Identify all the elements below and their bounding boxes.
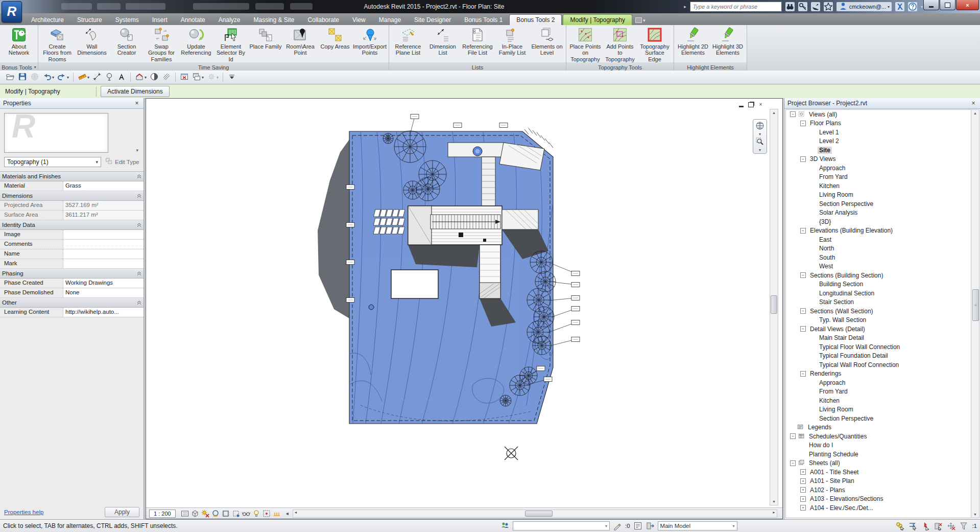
tool-about-network[interactable]: About Network [2, 26, 36, 57]
horizontal-scrollbar[interactable]: ◄ ► [293, 510, 777, 518]
tab-manage[interactable]: Manage [372, 15, 408, 25]
tag-button[interactable] [103, 72, 115, 83]
vertical-scrollbar[interactable]: ▲ ≡ ▼ [971, 109, 979, 518]
tree-item-from-yard[interactable]: From Yard [786, 387, 971, 397]
tool-in-place-family-list[interactable]: In-Place Family List [495, 26, 530, 57]
restore-button[interactable] [940, 0, 955, 10]
tab-analyze[interactable]: Analyze [212, 15, 247, 25]
tree-item-planting-schedule[interactable]: Planting Schedule [786, 450, 971, 459]
property-value[interactable]: None [63, 288, 144, 297]
communication-center-icon[interactable] [811, 2, 820, 11]
tree-item-section-perspective[interactable]: Section Perspective [786, 199, 971, 209]
shadows-icon[interactable] [210, 509, 221, 518]
collapse-left-icon[interactable]: ◄ [285, 511, 290, 516]
tree-item-sections-building-section[interactable]: −Sections (Building Section) [786, 271, 971, 280]
section-button[interactable] [148, 72, 160, 83]
tree-item-building-section[interactable]: Building Section [786, 280, 971, 289]
view-minimize-icon[interactable] [738, 102, 745, 107]
property-value[interactable] [63, 259, 144, 268]
tool-topography-surface-edge[interactable]: Topography Surface Edge [637, 26, 672, 63]
select-underlay-icon[interactable] [908, 521, 917, 530]
collapse-icon[interactable]: − [790, 111, 796, 117]
collapse-icon[interactable]: − [800, 272, 806, 278]
tree-item-a103-elevations-sections[interactable]: +A103 - Elevations/Sections [786, 495, 971, 504]
tab-insert[interactable]: Insert [146, 15, 174, 25]
tree-item-level-2[interactable]: Level 2 [786, 137, 971, 146]
tab-structure[interactable]: Structure [70, 15, 109, 25]
property-value[interactable]: 3527.169 m² [63, 201, 144, 210]
expand-icon[interactable]: + [800, 496, 806, 502]
tree-item-from-yard[interactable]: From Yard [786, 173, 971, 182]
active-option-icon[interactable] [646, 521, 655, 530]
tree-item-typ-wall-section[interactable]: Typ. Wall Section [786, 316, 971, 325]
sign-in-account[interactable]: cmckeown@... ▾ [836, 2, 892, 11]
select-by-face-icon[interactable] [934, 521, 943, 530]
tree-item-a102-plans[interactable]: +A102 - Plans [786, 485, 971, 495]
scrollbar-thumb[interactable] [771, 295, 777, 314]
panel-caption-highlight-elements[interactable]: Highlight Elements [674, 63, 747, 71]
tree-item-stair-section[interactable]: Stair Section [786, 298, 971, 307]
close-icon[interactable]: × [970, 100, 977, 107]
property-group-identity-data[interactable]: Identity Data [0, 220, 144, 230]
tree-item-solar-analysis[interactable]: Solar Analysis [786, 209, 971, 218]
collapse-icon[interactable]: − [800, 156, 806, 162]
tool-wall-dimensions[interactable]: Wall Dimensions [75, 26, 109, 57]
close-hidden-button[interactable] [178, 72, 190, 83]
zoom-icon[interactable] [755, 137, 764, 148]
collapse-icon[interactable]: − [800, 371, 806, 377]
reveal-constraints-icon[interactable] [272, 509, 282, 518]
panel-caption-bonus-tools[interactable]: Bonus Tools▾ [0, 63, 38, 71]
tool-place-family[interactable]: Place Family [248, 26, 283, 50]
view-close-icon[interactable]: × [757, 102, 764, 107]
scroll-left-icon[interactable]: ◄ [294, 511, 298, 514]
temporary-hide-icon[interactable] [251, 509, 261, 518]
tool-import-export-points[interactable]: Import/Export Points [352, 26, 387, 57]
expand-icon[interactable]: + [800, 478, 806, 484]
tab-architecture[interactable]: Architecture [25, 15, 70, 25]
properties-help-link[interactable]: Properties help [4, 509, 43, 515]
crop-view-icon[interactable] [221, 509, 231, 518]
property-value[interactable] [63, 230, 144, 239]
sun-path-icon[interactable] [200, 509, 210, 518]
search-input[interactable] [690, 2, 782, 12]
tree-item-typical-foundation-detail[interactable]: Typical Foundation Detail [786, 352, 971, 361]
tool-add-points-to-topography[interactable]: Add Points to Topography [603, 26, 637, 63]
collapse-button[interactable] [226, 72, 238, 83]
tool-room-area-point[interactable]: Room\Area Point [283, 26, 318, 57]
tool-copy-areas[interactable]: Copy Areas [318, 26, 352, 50]
property-group-other[interactable]: Other [0, 298, 144, 308]
drawing-area[interactable]: × ▾ ▾ [146, 98, 783, 519]
tree-item-approach[interactable]: Approach [786, 378, 971, 387]
tool-reference-plane-list[interactable]: Reference Plane List [391, 26, 425, 57]
tree-item-north[interactable]: North [786, 244, 971, 253]
tool-referencing-file-list[interactable]: Referencing File List [460, 26, 495, 57]
activate-dimensions-button[interactable]: Activate Dimensions [101, 86, 170, 97]
scroll-down-icon[interactable]: ▼ [772, 498, 776, 505]
tree-item-a101-site-plan[interactable]: +A101 - Site Plan [786, 477, 971, 486]
tree-item-a104-elev-sec-det[interactable]: +A104 - Elev./Sec./Det... [786, 503, 971, 513]
tree-item-longitudinal-section[interactable]: Longitudinal Section [786, 289, 971, 298]
design-option-dropdown[interactable]: Main Model ▾ [658, 521, 737, 530]
tree-item-typical-wall-roof-connection[interactable]: Typical Wall Roof Connection [786, 360, 971, 369]
tab-bonus-tools-2[interactable]: Bonus Tools 2 [509, 14, 562, 25]
tool-create-floors-from-rooms[interactable]: Create Floors from Rooms [40, 26, 75, 63]
aligned-dim-button[interactable] [91, 72, 103, 83]
property-group-materials-and-finishes[interactable]: Materials and Finishes [0, 172, 144, 181]
apply-button[interactable]: Apply [105, 507, 139, 517]
qat-ghost-icons[interactable] [193, 3, 249, 10]
view-restore-icon[interactable] [748, 102, 754, 107]
tool-highlight-3d-elements[interactable]: Highlight 3D Elements [710, 26, 745, 57]
collapse-icon[interactable]: − [790, 433, 796, 439]
type-selector-dropdown[interactable]: Topography (1) ▾ [4, 157, 101, 167]
tree-item-legends[interactable]: Legends [786, 423, 971, 432]
property-group-phasing[interactable]: Phasing [0, 269, 144, 279]
tree-item-3d-views[interactable]: −3D Views [786, 155, 971, 164]
chevron-down-icon[interactable]: ▾ [136, 148, 138, 153]
view-scale-button[interactable]: 1 : 200 [149, 510, 176, 518]
panel-caption-lists[interactable]: Lists [389, 63, 566, 71]
tree-item-west[interactable]: West [786, 262, 971, 271]
scrollbar-thumb[interactable] [525, 511, 553, 517]
undo-button[interactable]: ▾ [41, 72, 56, 83]
analytical-model-icon[interactable] [261, 509, 272, 518]
chevron-down-icon[interactable]: ▾ [759, 149, 761, 152]
